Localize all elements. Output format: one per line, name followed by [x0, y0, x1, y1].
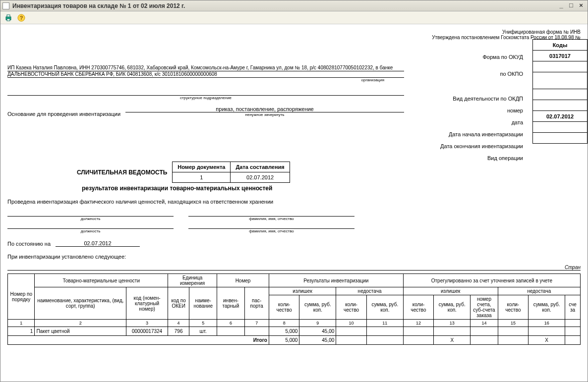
docnum-col1: Номер документа	[173, 162, 231, 172]
state-label: По состоянию на	[7, 241, 51, 247]
table-total-row: Итого 5,000 45,00 X X	[8, 336, 581, 345]
state-row: По состоянию на 02.07.2012	[7, 240, 581, 247]
th-acct2: сче за	[565, 295, 581, 320]
code-date-value	[533, 100, 588, 111]
app-window: Инвентаризация товаров на складе № 1 от …	[0, 0, 588, 382]
start-label: Дата начала инвентаризации	[440, 128, 523, 140]
number-label: номер	[440, 105, 523, 116]
toolbar: ?	[0, 11, 588, 24]
close-button[interactable]: ×	[577, 2, 586, 10]
titlebar: Инвентаризация товаров на складе № 1 от …	[0, 0, 588, 11]
svg-rect-1	[7, 15, 10, 17]
th-qty4: коли-чество	[498, 295, 529, 320]
end-date-value	[533, 122, 588, 133]
sign-pos-2: должность	[7, 229, 174, 233]
signature-row-1: должность фамилия, имя, отчество	[7, 210, 354, 221]
sign-fio-1: фамилия, имя, отчество	[188, 217, 354, 221]
codes-header: Коды	[533, 40, 588, 51]
optype-label: Вид операции	[440, 152, 523, 164]
table-row: 1 Пакет цветной 00000017324 796 шт. 5,00…	[8, 327, 581, 336]
sign-pos-1: должность	[7, 217, 174, 221]
found-text: При инвентаризации установлено следующее…	[7, 254, 581, 260]
basis-sub: ненужное зачеркнуть	[125, 112, 404, 117]
start-date-value: 02.07.2012	[533, 111, 588, 122]
th-surplus2: излишек	[403, 287, 498, 295]
okdp-value	[533, 72, 588, 89]
maximize-button[interactable]: □	[567, 2, 576, 10]
basis-row: Основание для проведения инвентаризации …	[7, 106, 404, 117]
th-passport: пас-порта	[244, 287, 269, 320]
okdp-label: Вид деятельности по ОКДП	[440, 93, 523, 105]
doc-number-block: СЛИЧИТЕЛЬНАЯ ВЕДОМОСТЬ Номер документа Д…	[77, 162, 581, 183]
th-adjust: Отрегулированно за счет уточнения записе…	[403, 274, 580, 287]
total-label: Итого	[8, 336, 269, 345]
okud-label: Форма по ОКУД	[440, 51, 523, 63]
org-sub2: структурное подразделение	[7, 96, 404, 100]
optype-value	[533, 133, 588, 144]
th-sum3: сумма, руб. коп.	[434, 295, 470, 320]
column-numbers-row: 1 2 3 4 5 6 7 8 9 10 11 12 13 14 15 16	[8, 320, 581, 327]
docnum-col2: Дата составления	[231, 162, 290, 172]
intro-text: Проведена инвентаризация фактического на…	[7, 199, 581, 205]
th-okei: код по ОКЕИ	[168, 287, 189, 320]
org-line1: ИП Казека Наталия Павловна, ИНН 27030077…	[7, 65, 404, 71]
th-qty2: коли-чество	[336, 295, 367, 320]
codes-box: Коды 0317017 02.07.2012	[532, 39, 588, 144]
form-note: Унифицированная форма № ИНВ	[7, 29, 581, 35]
th-unitname: наиме-нование	[189, 287, 217, 320]
th-number: Номер	[217, 274, 269, 287]
doc-subtitle: результатов инвентаризации товарно-матер…	[82, 185, 581, 192]
th-sum2: сумма, руб. коп.	[366, 295, 403, 320]
okpo-value	[533, 61, 588, 72]
th-qty3: коли-чество	[403, 295, 434, 320]
th-surplus1: излишек	[269, 287, 336, 295]
th-acct1: номер счета, суб-счета заказа	[470, 295, 498, 320]
th-code: код (номен-клатурный номер)	[126, 287, 168, 320]
th-results: Результаты инвентаризации	[269, 274, 403, 287]
doc-title: СЛИЧИТЕЛЬНАЯ ВЕДОМОСТЬ	[77, 169, 167, 176]
th-sum1: сумма, руб. коп.	[299, 295, 336, 320]
codes-labels: Форма по ОКУД по ОКПО Вид деятельности п…	[440, 51, 523, 164]
struct-line	[7, 89, 404, 96]
docnum-value: 1	[173, 172, 231, 183]
document-icon	[2, 2, 9, 9]
th-name: наименование, характеристика, (вид, сорт…	[35, 287, 126, 320]
form-approved: Утверждена постановлением Госкомстата Ро…	[7, 35, 581, 40]
th-unit: Единица измерения	[168, 274, 217, 287]
end-label: Дата окончания инвентаризации	[440, 140, 523, 152]
organization-block: ИП Казека Наталия Павловна, ИНН 27030077…	[7, 65, 404, 100]
inventory-table: Номер по порядку Товарно-материальные це…	[7, 273, 581, 345]
sign-fio-2: фамилия, имя, отчество	[188, 229, 354, 233]
basis-label: Основание для проведения инвентаризации	[7, 111, 120, 117]
svg-rect-2	[7, 19, 10, 21]
minimize-button[interactable]: _	[557, 2, 566, 10]
th-shortage2: недостача	[498, 287, 580, 295]
svg-text:?: ?	[20, 15, 23, 21]
th-num: Номер по порядку	[8, 274, 35, 320]
print-button[interactable]	[3, 13, 13, 23]
th-invnum: инвен-тарный	[217, 287, 244, 320]
window-title: Инвентаризация товаров на складе № 1 от …	[12, 2, 556, 9]
page-label: Стран	[7, 265, 581, 271]
state-value: 02.07.2012	[56, 240, 140, 247]
docdate-value: 02.07.2012	[231, 172, 290, 183]
th-qty1: коли-чество	[269, 295, 299, 320]
th-sum4: сумма, руб. коп.	[529, 295, 565, 320]
help-button[interactable]: ?	[16, 13, 26, 23]
document-content[interactable]: Унифицированная форма № ИНВ Утверждена п…	[0, 24, 588, 382]
org-sub1: организация	[7, 78, 404, 82]
th-tmc: Товарно-материальные ценности	[35, 274, 168, 287]
date-label: дата	[440, 116, 523, 128]
okud-value: 0317017	[533, 51, 588, 61]
code-number-value	[533, 89, 588, 100]
signature-row-2: должность фамилия, имя, отчество	[7, 222, 354, 233]
th-shortage1: недостача	[336, 287, 403, 295]
basis-value: приказ, постановление, распоряжение	[125, 106, 404, 112]
form-header-notes: Унифицированная форма № ИНВ Утверждена п…	[7, 29, 581, 40]
org-line2: ДАЛЬНЕВОСТОЧНЫЙ БАНК СБЕРБАНКА РФ, БИК 0…	[7, 71, 404, 78]
okpo-label: по ОКПО	[440, 68, 523, 80]
